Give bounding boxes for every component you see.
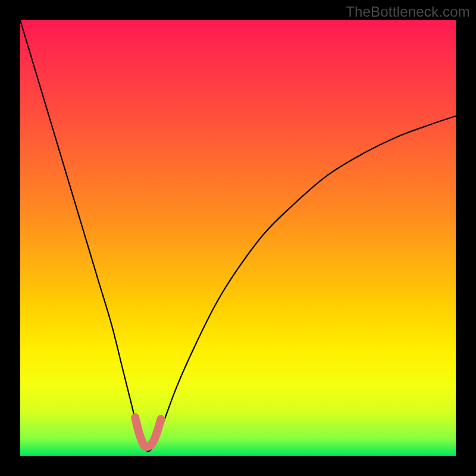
main-curve — [20, 20, 456, 452]
trough-marker — [135, 418, 161, 447]
chart-svg — [20, 20, 456, 456]
plot-area — [20, 20, 456, 456]
watermark-text: TheBottleneck.com — [346, 4, 470, 20]
chart-frame: TheBottleneck.com — [0, 0, 476, 476]
